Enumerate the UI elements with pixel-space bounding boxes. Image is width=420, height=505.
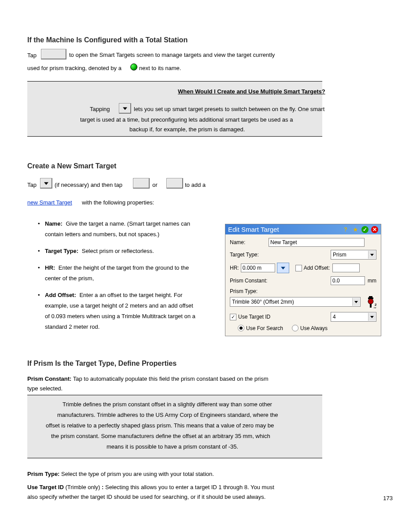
prop1-text2: contain letters and numbers, but not spa…: [45, 231, 159, 238]
close-icon[interactable]: ✕: [371, 226, 378, 233]
dialog-titlebar: Edit Smart Target ? ★ ✓ ✕: [225, 224, 381, 234]
prop4-label: Add Offset: Enter a an offset to the tar…: [45, 292, 182, 298]
callout-line3: backup if, for example, the prism is dam…: [129, 126, 245, 133]
add-offset-checkbox[interactable]: [295, 265, 302, 271]
prism-icon: 2 mm: [365, 295, 376, 308]
cst-line1a: Tap: [27, 182, 37, 188]
callout-line1a: Tapping: [90, 106, 110, 112]
hr-label: HR:: [230, 265, 239, 271]
target-type-select[interactable]: Prism: [331, 250, 376, 260]
prism-type-select[interactable]: Trimble 360° (Offset 2mm): [230, 297, 361, 307]
cst-button-1[interactable]: [133, 178, 150, 189]
use-always-radio[interactable]: [292, 325, 298, 331]
use-target-id-label: Use Target ID: [238, 314, 331, 320]
s3-p1-l1: Prism Constant: Tap to automatically pop…: [27, 375, 269, 382]
edit-smart-target-dialog: Edit Smart Target ? ★ ✓ ✕ Name: Target T…: [225, 224, 381, 336]
prop4-text4: standard 2 meter rod.: [45, 323, 99, 330]
svg-rect-1: [370, 304, 372, 308]
use-always-label: Use Always: [300, 325, 328, 331]
bullet-dot-1: •: [38, 220, 40, 227]
s3-callout-l1: Trimble defines the prism constant offse…: [63, 401, 272, 408]
svg-point-0: [368, 299, 373, 304]
add-offset-label: Add Offset:: [304, 265, 330, 271]
s3-callout-l3: offset is relative to a perfectly shaped…: [46, 422, 274, 429]
link-new-smart-target[interactable]: new Smart Target: [27, 199, 72, 206]
use-for-search-radio[interactable]: [238, 325, 244, 331]
cst-dropdown[interactable]: [40, 178, 52, 189]
s3-p1-l2: type selected.: [27, 385, 63, 392]
callout-multiple-smart-targets: When Would I Create and Use Multiple Sma…: [27, 81, 322, 137]
prop4-text3: of 0.093 meters when using a Trimble Mul…: [45, 313, 195, 319]
prism-constant-unit: mm: [368, 278, 376, 284]
p1-part-a: Tap: [27, 52, 37, 59]
target-id-select[interactable]: 4: [331, 312, 376, 322]
smart-targets-button[interactable]: [41, 49, 66, 59]
smart-targets-dropdown[interactable]: [119, 103, 131, 114]
favorite-icon[interactable]: ★: [352, 226, 359, 233]
cst-line1d: to add a: [185, 182, 206, 188]
cst-line1c: or: [152, 182, 158, 188]
cst-line2b: with the following properties:: [82, 199, 154, 206]
page-number: 173: [366, 495, 393, 501]
bullet-dot-2: •: [38, 248, 40, 254]
bullet-dot-4: •: [38, 292, 40, 298]
name-input[interactable]: [269, 238, 365, 247]
help-icon[interactable]: ?: [342, 226, 349, 233]
use-target-id-checkbox[interactable]: [230, 314, 236, 320]
p1-part-c: used for prism tracking, denoted by a: [27, 65, 122, 71]
hr-dropdown-button[interactable]: [277, 263, 289, 273]
s3-callout-l4: the prism constant. Some manufacturers d…: [51, 433, 270, 439]
p1-part-d: next to its name.: [139, 65, 181, 71]
prop3-label: HR: Enter the height of the target from …: [45, 264, 189, 271]
callout-line1b: lets you set up smart target presets to …: [134, 106, 324, 112]
s3-callout-l2: manufacturers. Trimble adheres to the US…: [57, 412, 278, 418]
s3-p3-l1: Use Target ID (Trimble only) : Selecting…: [27, 484, 274, 490]
prop3-text2: center of the prism,: [45, 275, 94, 282]
name-label: Name:: [230, 239, 269, 245]
prism-constant-input[interactable]: [331, 276, 365, 285]
callout-prism-constant-definition: Trimble defines the prism constant offse…: [27, 395, 322, 458]
s3-callout-l5: means it is possible to have a prism con…: [107, 443, 238, 450]
add-offset-input[interactable]: [332, 264, 360, 272]
prop1-label: Name: Give the target a name. (Smart tar…: [45, 220, 190, 227]
hr-input[interactable]: [241, 264, 275, 272]
ok-icon[interactable]: ✓: [361, 226, 368, 233]
active-tracking-dot-icon: [130, 63, 137, 71]
cst-button-2[interactable]: [166, 178, 183, 189]
callout-title: When Would I Create and Use Multiple Sma…: [178, 88, 325, 95]
callout-line2: target is used at a time, but preconfigu…: [80, 116, 293, 123]
p1-part-b: to open the Smart Targets screen to mana…: [69, 52, 275, 58]
heading-create-smart-target: Create a New Smart Target: [27, 162, 116, 170]
s3-p2: Prism Type: Select the type of prism you…: [27, 471, 214, 477]
heading-prism-target-type: If Prism Is the Target Type, Define Prop…: [27, 360, 177, 368]
cst-line1b: (if necessary) and then tap: [55, 182, 122, 188]
bullet-dot-3: •: [38, 264, 40, 271]
use-for-search-label: Use For Search: [246, 325, 283, 331]
prop2-label: Target Type: Select prism or reflectorle…: [45, 248, 154, 254]
prop4-text2: example, use a target height of 2 meters…: [45, 302, 193, 309]
svg-text:mm: mm: [374, 306, 376, 308]
heading-machine-total-station: If the Machine Is Configured with a Tota…: [27, 36, 188, 44]
prism-type-label: Prism Type:: [230, 288, 258, 294]
prism-constant-label: Prism Constant:: [230, 278, 331, 284]
dialog-title: Edit Smart Target: [228, 226, 342, 233]
s3-p3-l2: also specify whether the target ID shoul…: [27, 494, 265, 500]
target-type-label: Target Type:: [230, 252, 259, 258]
